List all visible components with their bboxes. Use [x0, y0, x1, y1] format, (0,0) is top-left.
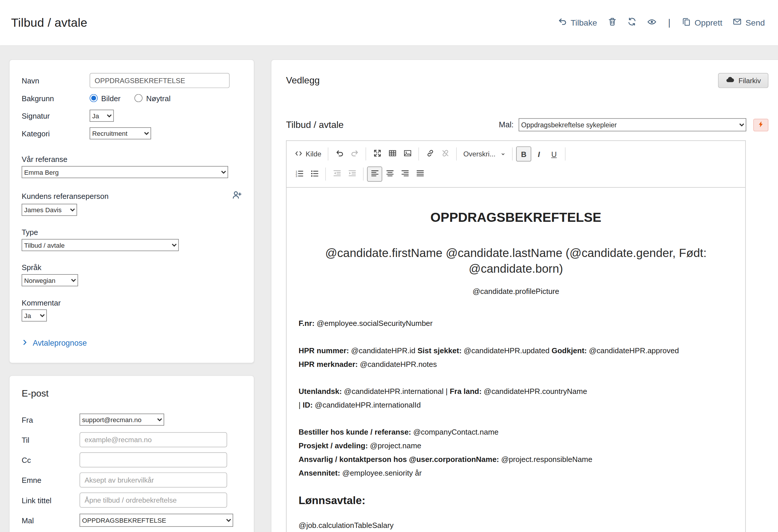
editor-heading: Tilbud / avtale [286, 119, 343, 130]
ordered-list-button[interactable]: 123 [292, 167, 307, 182]
editor-mal-select[interactable]: Oppdragsbekreftelse sykepleier [519, 118, 746, 131]
kategori-row: Kategori Recruitment [21, 126, 241, 141]
editor-content[interactable]: OPPDRAGSBEKREFTELSE @candidate.firstName… [287, 188, 746, 532]
kundens-group: Kundens referanseperson James Davis [21, 190, 241, 216]
kategori-select[interactable]: Recruitment [90, 127, 151, 140]
topbar: Tilbud / avtale Tilbake [0, 0, 778, 46]
doc-text-bold: Godkjent: [552, 346, 589, 355]
bold-button[interactable]: B [516, 147, 531, 162]
link-tittel-label: Link tittel [21, 496, 79, 504]
emne-label: Emne [21, 475, 79, 484]
document-subtitle: @candidate.firstName @candidate.lastName… [299, 246, 733, 277]
kundens-referanseperson-select[interactable]: James Davis [21, 204, 77, 216]
preview-button[interactable] [647, 17, 656, 28]
align-right-button[interactable] [397, 167, 412, 182]
settings-card: Navn Bakgrunn Bilder Nøytral [9, 59, 254, 363]
link-tittel-input[interactable] [79, 493, 227, 508]
sprak-group: Språk Norwegian [21, 263, 241, 286]
underline-button[interactable]: U [546, 147, 561, 162]
document-paragraph: F.nr: @employee.socialSecurityNumber [299, 317, 733, 330]
kommentar-select[interactable]: Ja [21, 309, 47, 322]
align-center-icon [386, 169, 394, 179]
underline-label: U [551, 150, 557, 158]
justify-button[interactable] [412, 167, 427, 182]
align-left-icon [370, 169, 379, 179]
doc-text: @candidateHPR.updated [464, 346, 552, 355]
opprett-label: Opprett [695, 18, 722, 27]
delete-button[interactable] [608, 17, 617, 28]
til-input[interactable] [79, 432, 227, 447]
fra-select[interactable]: support@recman.no [79, 414, 164, 426]
filarkiv-button[interactable]: Filarkiv [718, 73, 768, 88]
type-select[interactable]: Tilbud / avtale [21, 239, 179, 251]
main-content: Navn Bakgrunn Bilder Nøytral [0, 46, 778, 532]
topbar-actions: Tilbake | Oppr [558, 17, 765, 28]
document-line: Bestiller hos kunde / referanse: @compan… [299, 425, 733, 439]
paragraph-format-dropdown[interactable]: Overskri... [460, 147, 509, 162]
bakgrunn-radio-group: Bilder Nøytral [90, 94, 185, 102]
var-referanse-label: Vår referanse [21, 155, 241, 163]
insert-link-button[interactable] [422, 147, 438, 162]
doc-text: @candidateHPR.internationalId [315, 401, 421, 409]
maximize-button[interactable] [370, 147, 385, 162]
unlink-icon [441, 149, 449, 159]
toolbar-separator [328, 148, 328, 161]
send-button[interactable]: Send [733, 17, 765, 28]
email-mal-label: Mal [21, 516, 79, 524]
doc-text-bold: Fra land: [450, 387, 484, 395]
var-referanse-select[interactable]: Emma Berg [21, 166, 228, 178]
insert-table-button[interactable] [385, 147, 400, 162]
document-paragraph: Utenlandsk: @candidateHPR.international … [299, 384, 733, 411]
bakgrunn-radio-bilder[interactable] [90, 94, 98, 102]
bakgrunn-option-noytral[interactable]: Nøytral [135, 94, 170, 102]
tilbake-button[interactable]: Tilbake [558, 17, 597, 28]
sprak-label: Språk [21, 263, 241, 272]
kilde-button[interactable]: Kilde [292, 147, 324, 162]
type-group: Type Tilbud / avtale [21, 228, 241, 251]
redo-button[interactable] [347, 147, 362, 162]
undo-button[interactable] [332, 147, 347, 162]
undo-icon [335, 149, 343, 159]
align-left-button[interactable] [367, 167, 382, 182]
align-center-button[interactable] [382, 167, 397, 182]
emne-row: Emne [21, 472, 241, 487]
lonnsavtale-heading: Lønnsavtale: [299, 495, 733, 507]
bakgrunn-radio-noytral[interactable] [135, 94, 143, 102]
doc-text: @candidateHPR.approved [589, 346, 679, 355]
cloud-icon [725, 76, 734, 86]
decrease-indent-button[interactable] [329, 167, 344, 182]
outdent-icon [332, 169, 341, 179]
remove-link-button[interactable] [438, 147, 453, 162]
kommentar-group: Kommentar Ja [21, 298, 241, 322]
signatur-select[interactable]: Ja [90, 110, 114, 122]
doc-text: @employee.seniority år [342, 468, 421, 477]
maximize-icon [373, 149, 381, 159]
epost-heading: E-post [21, 388, 241, 399]
emne-input[interactable] [79, 472, 227, 487]
email-mal-select[interactable]: OPPDRAGSBEKREFTELSE [79, 514, 233, 527]
sprak-select[interactable]: Norwegian [21, 274, 78, 286]
increase-indent-button[interactable] [344, 167, 360, 182]
bakgrunn-noytral-label: Nøytral [146, 94, 171, 102]
cc-input[interactable] [79, 452, 227, 467]
bakgrunn-option-bilder[interactable]: Bilder [90, 94, 121, 102]
navn-input[interactable] [90, 73, 230, 88]
signatur-row: Signatur Ja [21, 108, 241, 123]
mal-label: Mal: [499, 120, 514, 129]
doc-text: @candidateHPR.notes [360, 360, 437, 368]
insert-image-button[interactable] [400, 147, 415, 162]
toolbar-separator [363, 167, 364, 181]
toolbar-separator [418, 148, 419, 161]
italic-label: I [538, 150, 540, 158]
italic-button[interactable]: I [531, 147, 546, 162]
apply-template-button[interactable] [753, 118, 768, 131]
document-line: Utenlandsk: @candidateHPR.international … [299, 384, 733, 398]
editor-card: Vedlegg Filarkiv Tilbud / avtale Mal: Op… [271, 59, 778, 532]
bullet-list-button[interactable] [307, 167, 322, 182]
opprett-button[interactable]: Opprett [682, 17, 722, 28]
mal-group: Mal: Oppdragsbekreftelse sykepleier [499, 118, 768, 131]
add-contact-button[interactable] [232, 190, 242, 201]
avtaleprognose-link[interactable]: Avtaleprognose [21, 339, 241, 348]
refresh-button[interactable] [627, 17, 636, 28]
image-icon [403, 149, 412, 159]
